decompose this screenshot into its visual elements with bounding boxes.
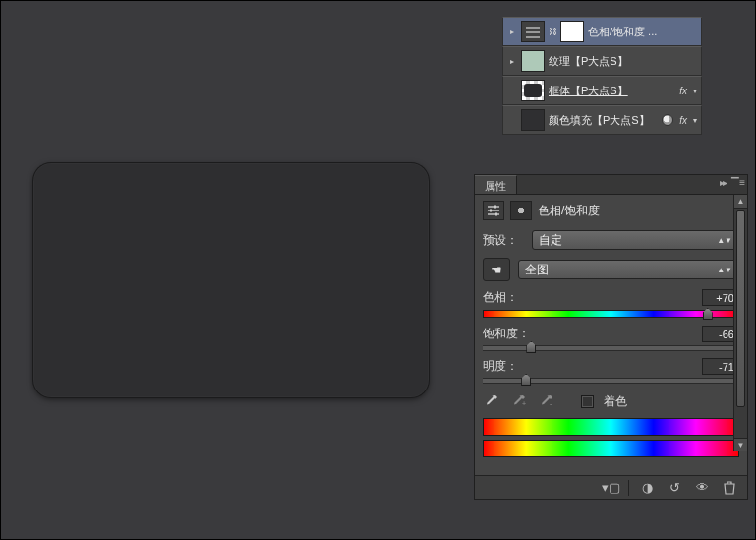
expand-icon[interactable]: ▸ bbox=[507, 56, 517, 66]
expand-icon[interactable]: ▸ bbox=[507, 27, 517, 36]
layer-row-texture[interactable]: ▸ 纹理【P大点S】 bbox=[502, 46, 702, 76]
layer-name[interactable]: 色相/饱和度 ... bbox=[588, 25, 697, 39]
svg-text:+: + bbox=[522, 400, 526, 407]
slider-thumb[interactable] bbox=[526, 341, 536, 353]
colorize-label: 着色 bbox=[604, 393, 627, 410]
layer-name[interactable]: 颜色填充【P大点S】 bbox=[549, 113, 658, 128]
saturation-slider: 饱和度： -66 bbox=[483, 326, 739, 350]
fx-badge[interactable]: fx bbox=[679, 115, 687, 126]
adjustment-title: 色相/饱和度 bbox=[538, 203, 600, 219]
dropdown-icon: ▲▼ bbox=[717, 236, 732, 245]
saturation-track[interactable] bbox=[483, 346, 739, 350]
properties-panel: 属性 ▸▸ ▔≡ 色相/饱和度 预设： 自定 ▲▼ ☚ 全图 ▲▼ bbox=[474, 174, 748, 500]
spectrum-preview-bottom bbox=[483, 440, 739, 457]
link-icon[interactable]: ⛓ bbox=[549, 27, 556, 36]
lightness-track[interactable] bbox=[483, 379, 739, 383]
fx-badge[interactable]: fx bbox=[679, 86, 687, 96]
visibility-icon[interactable]: 👁 bbox=[692, 479, 712, 497]
hue-track[interactable] bbox=[483, 310, 739, 318]
mask-icon bbox=[510, 201, 532, 220]
visibility-icon[interactable] bbox=[662, 114, 673, 126]
previous-state-icon[interactable]: ◑ bbox=[637, 479, 657, 497]
dropdown-icon: ▲▼ bbox=[717, 266, 732, 274]
layer-name[interactable]: 纹理【P大点S】 bbox=[549, 54, 697, 69]
properties-footer: ▾▢ ◑ ↺ 👁 bbox=[475, 475, 747, 499]
colorize-checkbox[interactable] bbox=[581, 395, 594, 408]
chevron-down-icon[interactable]: ▾ bbox=[693, 116, 697, 125]
layer-thumb[interactable] bbox=[521, 50, 545, 72]
lightness-label: 明度： bbox=[483, 358, 518, 375]
hue-label: 色相： bbox=[483, 289, 518, 306]
scroll-up-icon[interactable]: ▲ bbox=[734, 195, 747, 209]
adjustment-thumb-icon[interactable] bbox=[521, 21, 545, 42]
lightness-slider: 明度： -71 bbox=[483, 358, 739, 383]
layer-row-hue-saturation[interactable]: ▸ ⛓ 色相/饱和度 ... bbox=[502, 17, 702, 46]
vertical-scrollbar[interactable]: ▲ ▼ bbox=[733, 195, 747, 451]
layer-row-colorfill[interactable]: 颜色填充【P大点S】 fx ▾ bbox=[502, 105, 702, 135]
range-select[interactable]: 全图 ▲▼ bbox=[518, 260, 739, 279]
chevron-down-icon[interactable]: ▾ bbox=[693, 87, 697, 95]
slider-thumb[interactable] bbox=[703, 308, 713, 320]
canvas-artwork bbox=[33, 163, 429, 397]
reset-icon[interactable]: ↺ bbox=[665, 479, 684, 497]
preset-select[interactable]: 自定 ▲▼ bbox=[532, 230, 739, 250]
hue-slider: 色相： +70 bbox=[483, 289, 739, 318]
scroll-down-icon[interactable]: ▼ bbox=[734, 438, 747, 451]
properties-body: 色相/饱和度 预设： 自定 ▲▼ ☚ 全图 ▲▼ 色相： +70 bbox=[475, 195, 747, 475]
panel-tabbar: 属性 ▸▸ ▔≡ bbox=[475, 175, 747, 195]
slider-thumb[interactable] bbox=[521, 374, 531, 386]
layer-thumb[interactable] bbox=[521, 80, 545, 101]
layer-name[interactable]: 框体【P大点S】 bbox=[549, 84, 675, 98]
eyedropper-icon[interactable] bbox=[483, 392, 500, 410]
layer-mask[interactable] bbox=[560, 21, 584, 42]
clip-to-layer-icon[interactable]: ▾▢ bbox=[601, 479, 620, 497]
tab-properties[interactable]: 属性 bbox=[475, 175, 517, 194]
layer-row-frame[interactable]: 框体【P大点S】 fx ▾ bbox=[502, 76, 702, 105]
layers-panel: ▸ ⛓ 色相/饱和度 ... ▸ 纹理【P大点S】 框体【P大点S】 fx ▾ … bbox=[502, 17, 702, 135]
saturation-label: 饱和度： bbox=[483, 326, 530, 342]
preset-value: 自定 bbox=[539, 232, 562, 249]
svg-rect-4 bbox=[490, 210, 492, 212]
preset-label: 预设： bbox=[483, 232, 524, 249]
collapse-icon[interactable]: ▸▸ bbox=[720, 177, 726, 188]
targeted-adjust-icon[interactable]: ☚ bbox=[483, 258, 510, 281]
trash-icon[interactable] bbox=[720, 479, 739, 497]
layer-thumb[interactable] bbox=[521, 109, 545, 131]
svg-text:-: - bbox=[550, 400, 552, 407]
svg-rect-3 bbox=[494, 206, 496, 209]
svg-rect-5 bbox=[495, 213, 497, 216]
eyedropper-minus-icon[interactable]: - bbox=[538, 392, 555, 410]
spectrum-preview-top bbox=[483, 418, 739, 436]
scrollbar-thumb[interactable] bbox=[736, 210, 745, 407]
range-value: 全图 bbox=[525, 262, 549, 278]
adjustment-icon bbox=[483, 201, 504, 220]
eyedropper-plus-icon[interactable]: + bbox=[510, 392, 528, 410]
panel-menu-icon[interactable]: ▔≡ bbox=[731, 177, 745, 188]
